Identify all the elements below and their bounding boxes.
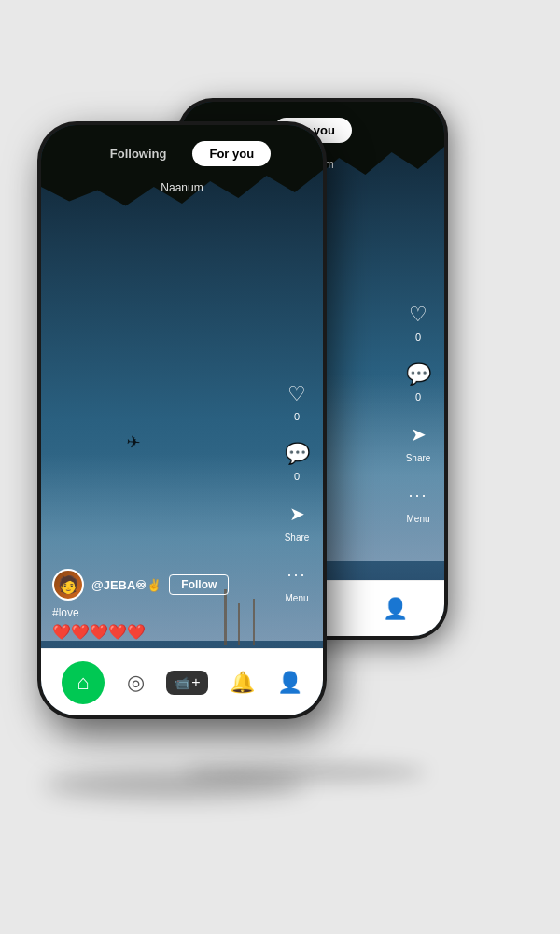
airplane-icon: ✈ (125, 432, 141, 453)
home-icon-front: ⌂ (62, 661, 105, 704)
profile-icon-front: 👤 (277, 671, 302, 695)
nav-explore-front[interactable]: ◎ (127, 671, 145, 695)
phone-front-screen: ✈ Following For you Naanum ♡ 0 (41, 125, 323, 715)
user-info: 🧑 @JEBA♾✌ Follow #love ❤️❤️❤️❤️❤️ (52, 569, 272, 641)
menu-label-back: Menu (406, 514, 429, 524)
comment-button-front[interactable]: 💬 0 (280, 437, 314, 482)
comment-count-front: 0 (294, 471, 300, 482)
heart-icon-front: ♡ (280, 377, 314, 411)
hashtag: #love (52, 606, 272, 619)
song-title-front: Naanum (41, 181, 323, 194)
phone-front: ✈ Following For you Naanum ♡ 0 (37, 121, 327, 719)
tab-following-front[interactable]: Following (93, 141, 184, 166)
explore-icon-front: ◎ (127, 671, 145, 695)
username[interactable]: @JEBA♾✌ (91, 578, 161, 592)
like-count-back: 0 (415, 332, 421, 343)
comment-icon-front: 💬 (280, 437, 314, 471)
share-label-front: Share (285, 532, 310, 543)
comment-button-back[interactable]: 💬 0 (401, 358, 435, 403)
comment-count-back: 0 (415, 391, 421, 403)
bottom-nav-front: ⌂ ◎ 📹+ 🔔 👤 (41, 648, 323, 715)
phone-front-shadow (45, 771, 306, 799)
dots-icon-front: ··· (280, 558, 314, 591)
menu-button-front[interactable]: ··· Menu (280, 558, 314, 603)
right-icons-front: ♡ 0 💬 0 ➤ Share ··· Menu (280, 377, 314, 603)
like-button-front[interactable]: ♡ 0 (280, 377, 314, 422)
heart-icon-back: ♡ (401, 298, 435, 332)
user-row: 🧑 @JEBA♾✌ Follow (52, 569, 272, 601)
tab-foryou-front[interactable]: For you (192, 141, 271, 166)
menu-label-front: Menu (285, 593, 308, 603)
like-count-front: 0 (294, 411, 300, 422)
bell-icon-front: 🔔 (230, 671, 255, 695)
share-button-front[interactable]: ➤ Share (280, 497, 314, 543)
nav-profile-back[interactable]: 👤 (383, 597, 408, 621)
add-icon-front: 📹+ (166, 671, 207, 695)
nav-add-front[interactable]: 📹+ (166, 671, 207, 695)
nav-bell-front[interactable]: 🔔 (230, 671, 255, 695)
share-icon-back: ➤ (401, 417, 435, 451)
nav-home-front[interactable]: ⌂ (62, 661, 105, 704)
menu-button-back[interactable]: ··· Menu (401, 478, 435, 524)
right-icons-back: ♡ 0 💬 0 ➤ Share ··· Menu (401, 298, 435, 524)
top-navigation-front: Following For you (41, 125, 323, 177)
hearts: ❤️❤️❤️❤️❤️ (52, 623, 272, 641)
dots-icon-back: ··· (401, 478, 435, 512)
scene: For you Naanum ♡ 0 💬 0 ➤ Share (0, 0, 560, 934)
like-button-back[interactable]: ♡ 0 (401, 298, 435, 343)
share-icon-front: ➤ (280, 497, 314, 531)
share-button-back[interactable]: ➤ Share (401, 417, 435, 463)
comment-icon-back: 💬 (401, 358, 435, 391)
share-label-back: Share (406, 453, 431, 463)
profile-icon-back: 👤 (383, 597, 408, 621)
nav-profile-front[interactable]: 👤 (277, 671, 302, 695)
avatar: 🧑 (52, 569, 84, 601)
follow-button[interactable]: Follow (169, 574, 229, 595)
